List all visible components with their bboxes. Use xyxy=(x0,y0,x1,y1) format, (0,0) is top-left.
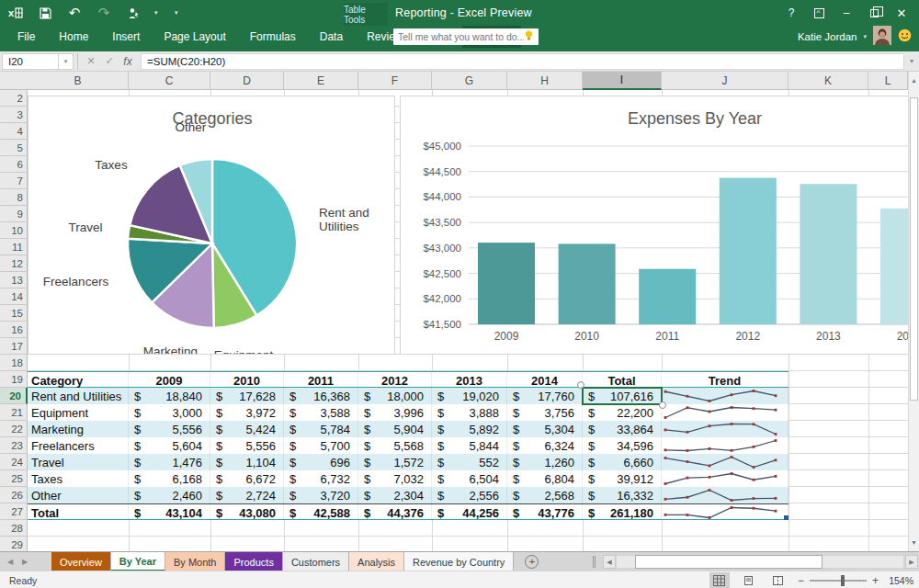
row-header-19[interactable]: 19 xyxy=(0,371,28,388)
table-cell[interactable]: $17,760 xyxy=(507,388,583,404)
row-header-20[interactable]: 20 xyxy=(0,388,28,404)
row-header-28[interactable]: 28 xyxy=(0,520,28,537)
row-header-9[interactable]: 9 xyxy=(0,206,28,222)
tab-split-handle[interactable] xyxy=(593,556,596,568)
table-header-2013[interactable]: 2013 xyxy=(432,372,507,389)
table-cell[interactable]: $2,724 xyxy=(210,487,284,503)
help-icon[interactable]: ? xyxy=(777,0,805,26)
sheet-tab-products[interactable]: Products xyxy=(225,552,282,571)
table-cell[interactable]: $43,080 xyxy=(210,504,284,521)
row-header-24[interactable]: 24 xyxy=(0,454,28,470)
table-cell-trend[interactable] xyxy=(662,487,789,503)
table-cell[interactable]: $1,572 xyxy=(358,454,432,470)
vertical-scroll-thumb[interactable] xyxy=(910,97,918,401)
add-sheet-button[interactable]: + xyxy=(525,555,539,569)
table-cell[interactable]: $16,368 xyxy=(284,388,358,404)
table-cell-category[interactable]: Rent and Utilities xyxy=(28,388,129,404)
table-cell[interactable]: $43,776 xyxy=(507,504,583,521)
column-header-G[interactable]: G xyxy=(432,72,507,90)
table-cell[interactable]: $6,660 xyxy=(583,454,662,470)
tell-me-input[interactable]: Tell me what you want to do... xyxy=(393,28,539,45)
undo-icon[interactable]: ↶ xyxy=(66,5,83,21)
table-cell-total-label[interactable]: Total xyxy=(28,504,129,521)
ribbon-tab-page-layout[interactable]: Page Layout xyxy=(152,26,237,48)
customize-qat-icon[interactable]: ▾ xyxy=(175,9,182,17)
table-cell[interactable]: $6,732 xyxy=(284,470,358,487)
name-box-dropdown-icon[interactable]: ▾ xyxy=(59,53,74,70)
table-cell[interactable]: $6,168 xyxy=(129,470,210,487)
row-header-16[interactable]: 16 xyxy=(0,322,28,338)
table-cell[interactable]: $5,556 xyxy=(129,421,210,437)
table-cell-trend[interactable] xyxy=(662,454,789,470)
table-cell[interactable]: $39,912 xyxy=(583,470,662,487)
table-cell[interactable]: $43,104 xyxy=(129,504,210,521)
scroll-up-icon[interactable]: ▲ xyxy=(909,74,919,87)
table-cell[interactable]: $42,588 xyxy=(284,504,358,521)
table-header-2011[interactable]: 2011 xyxy=(284,372,358,389)
column-header-C[interactable]: C xyxy=(129,72,210,90)
table-cell[interactable]: $5,304 xyxy=(507,421,583,437)
bar-2013[interactable] xyxy=(800,184,857,324)
column-header-D[interactable]: D xyxy=(210,72,284,90)
row-header-11[interactable]: 11 xyxy=(0,239,28,255)
page-layout-view-icon[interactable] xyxy=(739,572,759,588)
row-header-2[interactable]: 2 xyxy=(0,90,28,107)
table-cell[interactable]: $5,844 xyxy=(432,437,507,454)
row-header-26[interactable]: 26 xyxy=(0,487,28,503)
sheet-nav-right-icon[interactable]: ▶ xyxy=(22,552,28,571)
enter-icon[interactable]: ✓ xyxy=(100,55,119,67)
table-cell[interactable]: $6,504 xyxy=(432,470,507,487)
ribbon-tab-file[interactable]: File xyxy=(6,26,47,48)
table-cell[interactable]: $33,864 xyxy=(583,421,662,437)
row-header-5[interactable]: 5 xyxy=(0,140,28,156)
sheet-tab-customers[interactable]: Customers xyxy=(283,552,349,571)
sheet-tab-overview[interactable]: Overview xyxy=(51,552,111,571)
selection-handle[interactable] xyxy=(659,401,666,409)
table-cell[interactable]: $2,568 xyxy=(507,487,583,503)
row-header-25[interactable]: 25 xyxy=(0,470,28,487)
user-name[interactable]: Katie Jordan xyxy=(798,31,857,42)
table-cell-trend[interactable] xyxy=(662,388,789,404)
row-header-10[interactable]: 10 xyxy=(0,222,28,239)
ribbon-display-options-icon[interactable] xyxy=(805,0,833,26)
touch-mode-icon[interactable] xyxy=(125,5,142,21)
table-cell-category[interactable]: Taxes xyxy=(28,470,129,487)
insert-function-icon[interactable]: fx xyxy=(119,55,137,68)
table-header-2012[interactable]: 2012 xyxy=(358,372,432,389)
bar-2011[interactable] xyxy=(639,269,696,324)
name-box[interactable]: I20 xyxy=(2,53,59,70)
scroll-right-icon[interactable]: ▶ xyxy=(905,555,918,569)
table-cell[interactable]: $2,556 xyxy=(432,487,507,503)
zoom-level[interactable]: 154% xyxy=(888,575,913,586)
table-cell-trend[interactable] xyxy=(662,437,789,454)
sheet-tab-analysis[interactable]: Analysis xyxy=(349,552,404,571)
zoom-slider-thumb[interactable] xyxy=(841,575,845,586)
table-cell-category[interactable]: Freelancers xyxy=(28,437,129,454)
table-cell-trend[interactable] xyxy=(662,504,789,521)
avatar[interactable] xyxy=(873,26,891,49)
table-cell[interactable]: $3,972 xyxy=(210,404,284,421)
table-cell[interactable]: $44,376 xyxy=(358,504,432,521)
row-header-15[interactable]: 15 xyxy=(0,305,28,322)
table-cell-trend[interactable] xyxy=(662,421,789,437)
table-cell[interactable]: $7,032 xyxy=(358,470,432,487)
table-cell[interactable]: $5,556 xyxy=(210,437,284,454)
touch-mode-dropdown-icon[interactable]: ▾ xyxy=(154,9,162,17)
pie-chart[interactable]: CategoriesRent andUtilitiesEquipmentMark… xyxy=(28,96,395,355)
row-header-17[interactable]: 17 xyxy=(0,338,28,355)
ribbon-tab-formulas[interactable]: Formulas xyxy=(238,26,308,48)
smiley-feedback-icon[interactable] xyxy=(898,28,912,46)
table-cell[interactable]: $6,672 xyxy=(210,470,284,487)
table-cell[interactable]: $3,000 xyxy=(129,404,210,421)
ribbon-tab-home[interactable]: Home xyxy=(47,26,100,48)
selection-handle[interactable] xyxy=(577,381,584,389)
column-header-H[interactable]: H xyxy=(507,72,583,90)
close-icon[interactable]: ✕ xyxy=(888,0,915,26)
column-header-L[interactable]: L xyxy=(868,72,908,90)
column-header-E[interactable]: E xyxy=(284,72,358,90)
table-header-2010[interactable]: 2010 xyxy=(210,372,284,389)
table-cell[interactable]: $5,604 xyxy=(129,437,210,454)
minimize-icon[interactable]: – xyxy=(833,0,860,26)
table-header-trend[interactable]: Trend xyxy=(662,372,789,389)
table-cell[interactable]: $696 xyxy=(284,454,358,470)
